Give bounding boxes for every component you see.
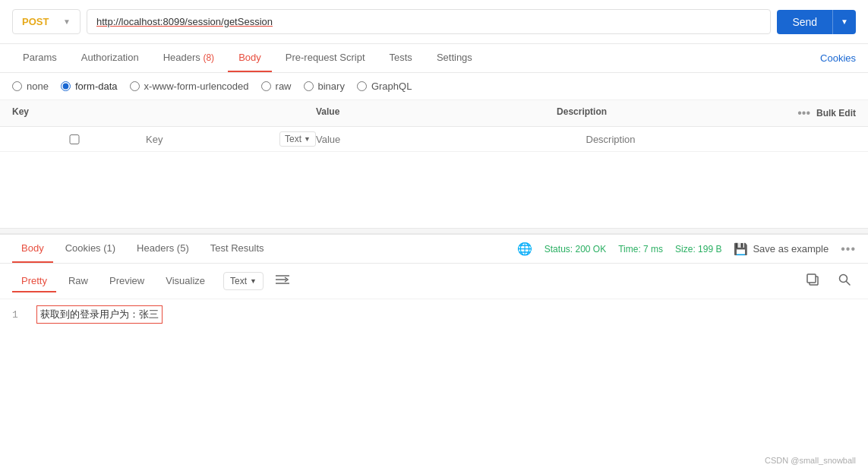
- view-tab-raw[interactable]: Raw: [59, 270, 97, 292]
- description-input[interactable]: [586, 134, 857, 145]
- tab-tests[interactable]: Tests: [379, 44, 423, 72]
- send-dropdown-button[interactable]: ▼: [832, 10, 856, 34]
- search-button[interactable]: [833, 270, 856, 292]
- col-value-header: Value: [316, 106, 557, 120]
- body-option-none[interactable]: none: [12, 81, 49, 92]
- response-tabs-bar: Body Cookies (1) Headers (5) Test Result…: [0, 235, 868, 264]
- bulk-edit-button[interactable]: Bulk Edit: [816, 108, 856, 119]
- format-chevron-icon: ▼: [250, 277, 257, 285]
- response-content: 1 获取到的登录用户为：张三: [0, 299, 868, 330]
- body-option-graphql[interactable]: GraphQL: [357, 81, 412, 92]
- row-checkbox[interactable]: [12, 134, 137, 144]
- tab-authorization[interactable]: Authorization: [71, 44, 150, 72]
- col-actions-header: ••• Bulk Edit: [797, 106, 856, 120]
- method-chevron-icon: ▼: [63, 17, 71, 26]
- svg-rect-4: [807, 274, 816, 283]
- save-icon: 💾: [734, 242, 748, 256]
- tab-headers[interactable]: Headers (8): [153, 44, 225, 72]
- method-select[interactable]: POST ▼: [12, 9, 80, 34]
- request-tabs-nav: Params Authorization Headers (8) Body Pr…: [0, 44, 868, 73]
- form-value-cell: [316, 134, 586, 145]
- send-button[interactable]: Send: [777, 10, 832, 34]
- format-select[interactable]: Text ▼: [223, 272, 264, 290]
- view-tab-pretty[interactable]: Pretty: [12, 270, 56, 292]
- url-bar: POST ▼ Send ▼: [0, 0, 868, 44]
- response-text: 获取到的登录用户为：张三: [36, 305, 163, 324]
- body-options: none form-data x-www-form-urlencoded raw…: [0, 73, 868, 100]
- tab-body[interactable]: Body: [228, 44, 272, 72]
- form-desc-cell: [586, 134, 857, 145]
- view-tab-preview[interactable]: Preview: [100, 270, 153, 292]
- body-option-raw[interactable]: raw: [261, 81, 292, 92]
- body-option-form-data[interactable]: form-data: [61, 81, 118, 92]
- empty-space: [0, 152, 868, 228]
- save-example-button[interactable]: 💾 Save as example: [734, 242, 829, 256]
- text-type-dropdown[interactable]: Text ▼: [279, 131, 316, 147]
- form-row: Text ▼: [0, 127, 868, 152]
- form-key-cell: Text ▼: [12, 131, 316, 147]
- response-size: Size: 199 B: [675, 244, 721, 254]
- form-table-header: Key Value Description ••• Bulk Edit: [0, 100, 868, 127]
- response-status-area: 🌐 Status: 200 OK Time: 7 ms Size: 199 B …: [517, 242, 856, 256]
- response-line-1: 1 获取到的登录用户为：张三: [12, 305, 856, 324]
- response-tab-headers[interactable]: Headers (5): [128, 235, 198, 263]
- url-input-container: [87, 9, 771, 34]
- response-tab-cookies[interactable]: Cookies (1): [56, 235, 125, 263]
- wrap-button[interactable]: [273, 270, 294, 292]
- response-tab-body[interactable]: Body: [12, 235, 53, 263]
- col-desc-header: Description: [557, 106, 797, 120]
- body-option-binary[interactable]: binary: [304, 81, 345, 92]
- url-input[interactable]: [96, 16, 761, 27]
- send-button-group: Send ▼: [777, 10, 856, 34]
- response-more-options-icon[interactable]: •••: [841, 242, 856, 256]
- response-tab-test-results[interactable]: Test Results: [201, 235, 273, 263]
- copy-button[interactable]: [801, 270, 824, 292]
- view-tab-visualize[interactable]: Visualize: [156, 270, 214, 292]
- line-number: 1: [12, 309, 24, 321]
- response-time: Time: 7 ms: [618, 244, 663, 254]
- response-section: Body Cookies (1) Headers (5) Test Result…: [0, 234, 868, 330]
- more-options-icon[interactable]: •••: [797, 106, 810, 120]
- watermark: CSDN @small_snowball: [765, 456, 856, 465]
- col-key-header: Key: [12, 106, 316, 120]
- response-toolbar-right: [801, 270, 856, 292]
- cookies-link[interactable]: Cookies: [820, 52, 856, 64]
- value-input[interactable]: [316, 134, 586, 145]
- response-status: Status: 200 OK: [544, 244, 606, 254]
- svg-line-6: [847, 282, 851, 286]
- key-input[interactable]: [146, 134, 273, 145]
- tab-params[interactable]: Params: [12, 44, 68, 72]
- globe-icon: 🌐: [517, 242, 532, 256]
- section-divider: [0, 228, 868, 234]
- response-body-toolbar: Pretty Raw Preview Visualize Text ▼: [0, 264, 868, 299]
- body-option-urlencoded[interactable]: x-www-form-urlencoded: [130, 81, 249, 92]
- method-label: POST: [22, 16, 49, 27]
- text-type-chevron-icon: ▼: [304, 135, 311, 143]
- tab-pre-request-script[interactable]: Pre-request Script: [275, 44, 376, 72]
- tab-settings[interactable]: Settings: [426, 44, 483, 72]
